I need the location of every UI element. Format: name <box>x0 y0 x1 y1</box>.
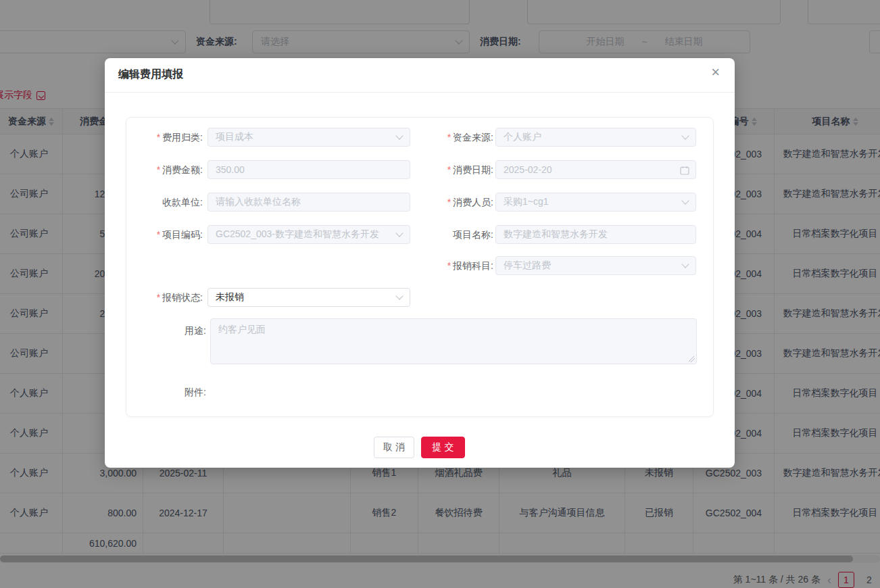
project-name-label: 项目名称: <box>395 225 493 244</box>
reimburse-subject-select: 停车过路费 <box>495 256 696 275</box>
reimburse-status-select[interactable]: 未报销 <box>207 288 410 307</box>
submit-button[interactable]: 提 交 <box>421 437 465 458</box>
project-name-input: 数字建造和智慧水务开发 <box>495 225 696 244</box>
funding-source-label: *资金来源: <box>395 128 493 147</box>
project-code-select: GC2502_003-数字建造和智慧水务开发 <box>207 225 410 244</box>
date-input: 2025-02-20 <box>495 160 696 179</box>
reimburse-subject-label: *报销科目: <box>395 256 493 275</box>
person-label: *消费人员: <box>395 193 493 212</box>
calendar-icon <box>680 166 689 175</box>
expense-category-label: *费用归类: <box>118 128 203 147</box>
project-code-label: *项目编码: <box>118 225 203 244</box>
purpose-textarea: 约客户见面 <box>210 318 697 364</box>
funding-source-select: 个人账户 <box>495 128 696 147</box>
payee-label: 收款单位: <box>118 193 203 212</box>
close-icon[interactable]: × <box>711 65 720 80</box>
expense-category-select: 项目成本 <box>207 128 410 147</box>
resize-grip-icon[interactable] <box>689 356 695 362</box>
modal-title: 编辑费用填报 <box>118 68 183 82</box>
chevron-down-icon <box>681 260 689 268</box>
amount-label: *消费金额: <box>118 160 203 179</box>
amount-input: 350.00 <box>207 160 410 179</box>
edit-expense-modal: 编辑费用填报 × *费用归类: 项目成本 *资金来源: 个人账户 *消费金额: … <box>105 58 735 468</box>
chevron-down-icon <box>395 292 403 299</box>
chevron-down-icon <box>681 197 689 204</box>
chevron-down-icon <box>681 132 689 139</box>
date-label: *消费日期: <box>395 160 493 179</box>
reimburse-status-label: *报销状态: <box>118 288 203 307</box>
purpose-label: 用途: <box>122 321 206 340</box>
modal-title-divider <box>105 92 735 93</box>
payee-input[interactable]: 请输入收款单位名称 <box>207 193 410 212</box>
cancel-button[interactable]: 取 消 <box>374 437 414 458</box>
attachment-label: 附件: <box>122 383 206 401</box>
expense-management-page: 资金来源: 请选择 消费日期: 开始日期 ~ 结束日期 展示字段 资金来源消费金… <box>0 0 880 588</box>
person-select: 采购1~cg1 <box>495 193 696 212</box>
